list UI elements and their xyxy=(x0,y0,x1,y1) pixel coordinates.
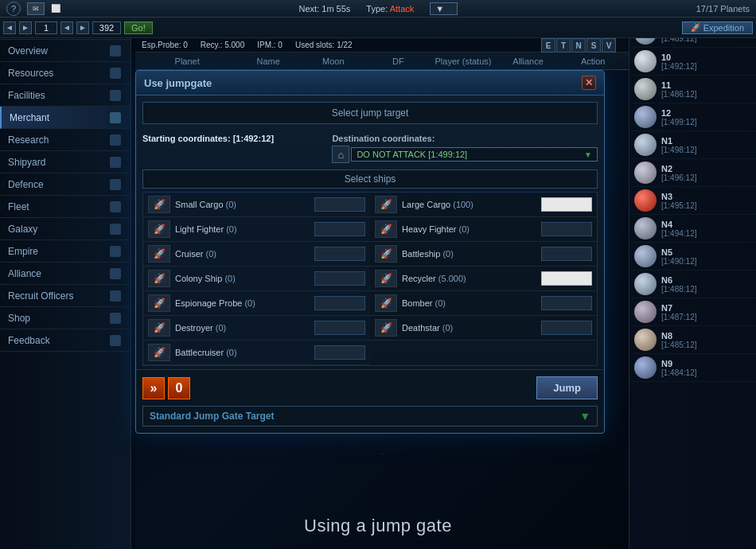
ship-count-input[interactable] xyxy=(541,296,592,310)
ship-name-label: Cruiser (0) xyxy=(175,249,310,259)
planet-list-item[interactable]: 11[1:486:12] xyxy=(629,76,756,103)
ship-count-input[interactable] xyxy=(541,271,592,286)
top-bar-center: Next: 1m 55s Type: Attack ▼ xyxy=(67,2,690,15)
planet-coords: [1:494:12] xyxy=(661,229,751,238)
sidebar-item-feedback[interactable]: Feedback xyxy=(0,329,131,352)
jump-button[interactable]: Jump xyxy=(536,376,598,399)
ship-row: 🚀Light Fighter (0) xyxy=(143,217,370,242)
planet-list-item[interactable]: N2[1:496:12] xyxy=(629,159,756,187)
etnsv-e[interactable]: E xyxy=(541,38,555,53)
etnsv-s[interactable]: S xyxy=(586,38,601,53)
sidebar-item-alliance[interactable]: Alliance xyxy=(0,263,131,285)
sidebar-item-resources[interactable]: Resources xyxy=(0,62,131,84)
ship-row: 🚀Colony Ship (0) xyxy=(143,267,370,291)
ship-row: 🚀Bomber (0) xyxy=(370,291,597,316)
planet-name: N8 xyxy=(661,331,751,341)
message-icon[interactable]: ✉ xyxy=(27,2,45,15)
etnsv-t[interactable]: T xyxy=(556,38,571,53)
planet-info: N8[1:485:12] xyxy=(661,331,751,349)
destination-dropdown[interactable]: DO NOT ATTACK [1:499:12] ▼ xyxy=(351,147,598,162)
ship-row: 🚀Heavy Fighter (0) xyxy=(370,217,597,242)
ship-count-input[interactable] xyxy=(314,321,365,335)
ship-count-input[interactable] xyxy=(541,197,592,212)
nav-go-button[interactable]: Go! xyxy=(124,21,153,34)
modal-bottom: » 0 Jump xyxy=(136,369,604,406)
planet-info: N7[1:487:12] xyxy=(661,303,751,321)
header-player-status: Player (status) xyxy=(431,56,496,66)
planet-coords: [1:485:12] xyxy=(661,341,751,349)
home-button[interactable]: ⌂ xyxy=(332,146,349,163)
modal-close-button[interactable]: ✕ xyxy=(582,76,596,90)
planet-name: N9 xyxy=(661,359,751,368)
dropdown-arrow-icon: ▼ xyxy=(584,150,592,159)
planet-list-item[interactable]: N3[1:495:12] xyxy=(629,187,756,215)
esp-probe-stat: Esp.Probe: 0 xyxy=(142,41,188,49)
nav-back[interactable]: ◄ xyxy=(3,21,16,34)
sidebar-item-galaxy[interactable]: Galaxy xyxy=(0,218,131,240)
nav-prev-page[interactable]: ◄ xyxy=(60,21,73,34)
planet-coords: [1:499:12] xyxy=(661,118,751,127)
etnsv-n[interactable]: N xyxy=(571,38,586,53)
ship-icon: 🚀 xyxy=(148,319,170,337)
shipyard-icon xyxy=(108,155,123,169)
ship-count-input[interactable] xyxy=(314,345,365,360)
sidebar-item-research[interactable]: Research xyxy=(0,129,131,151)
ship-name-label: Recycler (5.000) xyxy=(402,274,536,283)
planet-info: N3[1:495:12] xyxy=(661,192,751,210)
ship-count-input[interactable] xyxy=(314,197,365,212)
planet-list-item[interactable]: N4[1:494:12] xyxy=(629,215,756,243)
sidebar-item-facilities[interactable]: Facilities xyxy=(0,84,131,107)
ship-count-input[interactable] xyxy=(314,222,365,236)
nav-forward[interactable]: ► xyxy=(19,21,32,34)
help-button[interactable]: ? xyxy=(6,2,21,16)
expedition-button[interactable]: 🚀 Expedition xyxy=(682,21,753,34)
sidebar-item-empire[interactable]: Empire xyxy=(0,240,131,263)
ship-count-input[interactable] xyxy=(541,247,592,261)
planet-list-item[interactable]: 10[1:492:12] xyxy=(629,48,756,76)
planet-name: N2 xyxy=(661,164,751,173)
ship-row: 🚀Deathstar (0) xyxy=(370,316,597,341)
planet-list-item[interactable]: N6[1:488:12] xyxy=(629,271,756,298)
ship-icon: 🚀 xyxy=(148,220,170,238)
ship-count-input[interactable] xyxy=(541,321,592,335)
nav-next-page[interactable]: ► xyxy=(76,21,89,34)
sidebar-item-recruit-officers[interactable]: Recruit Officers xyxy=(0,285,131,307)
planet-list-item[interactable]: N8[1:485:12] xyxy=(629,326,756,354)
planet-list-item[interactable]: N7[1:487:12] xyxy=(629,298,756,326)
nav-coords[interactable]: 392 xyxy=(92,21,121,34)
ship-name-label: Light Fighter (0) xyxy=(175,224,310,234)
planet-list-item[interactable]: 12[1:499:12] xyxy=(629,103,756,131)
type-dropdown[interactable]: ▼ xyxy=(430,2,458,15)
sidebar-item-defence[interactable]: Defence xyxy=(0,173,131,196)
planet-list-item[interactable]: N1[1:498:12] xyxy=(629,131,756,159)
fleet-icon xyxy=(108,200,123,214)
jumpgate-modal: Use jumpgate ✕ Select jump target Starti… xyxy=(135,70,605,434)
planet-list-item[interactable]: N5[1:490:12] xyxy=(629,243,756,271)
etnsv-v[interactable]: V xyxy=(602,38,616,53)
footer-dropdown-arrow-icon[interactable]: ▼ xyxy=(579,410,590,422)
ship-count-input[interactable] xyxy=(314,296,365,310)
sidebar-item-overview[interactable]: Overview xyxy=(0,40,131,62)
planet-orb xyxy=(634,273,657,295)
planet-info: 11[1:486:12] xyxy=(661,80,751,99)
sidebar-item-merchant[interactable]: Merchant xyxy=(0,107,131,129)
bottom-caption: Using a jump gate xyxy=(0,516,756,536)
ship-count-input[interactable] xyxy=(541,222,592,236)
sidebar-item-shop[interactable]: Shop xyxy=(0,307,131,329)
planet-list-item[interactable]: N9[1:484:12] xyxy=(629,354,756,382)
planet-orb xyxy=(634,356,657,379)
planet-coords: [1:495:12] xyxy=(661,201,751,210)
planet-name: 11 xyxy=(661,80,751,90)
shop-icon xyxy=(108,311,123,325)
sidebar-item-shipyard[interactable]: Shipyard xyxy=(0,151,131,173)
ship-count-input[interactable] xyxy=(314,247,365,261)
ship-icon: 🚀 xyxy=(375,220,397,238)
header-planet: Planet xyxy=(138,56,236,66)
ship-icon: 🚀 xyxy=(375,245,397,263)
nav-page-number: 1 xyxy=(35,21,57,34)
planet-orb xyxy=(634,50,657,72)
fast-forward-button[interactable]: » xyxy=(142,377,165,399)
sidebar-item-fleet[interactable]: Fleet xyxy=(0,196,131,218)
ship-name-label: Bomber (0) xyxy=(402,298,536,308)
ship-count-input[interactable] xyxy=(314,271,365,286)
